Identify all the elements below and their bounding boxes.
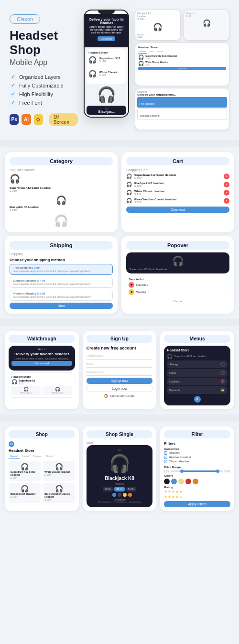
shop-product-4[interactable]: 🎧 Blue Chember Classic Headset $ 180	[43, 483, 75, 503]
price-track[interactable]	[171, 470, 222, 472]
delete-button-2[interactable]: ×	[224, 182, 229, 187]
menu-item-locations[interactable]: Locations 📍	[167, 378, 228, 385]
delete-button-1[interactable]: ×	[224, 174, 229, 179]
delete-button-4[interactable]: ×	[224, 198, 229, 204]
checkbox-1[interactable]: ✓	[164, 451, 167, 455]
menus-phone: Headset Store 🎧 Superdrum K8 Sonic Heads…	[164, 346, 230, 405]
menu-item-settings[interactable]: Settings ⚙	[167, 360, 228, 368]
cart-headset-2: 🎧	[126, 182, 132, 187]
popover-title: Popover	[126, 241, 229, 250]
menu-item-filters[interactable]: Filters ≡	[167, 369, 228, 377]
tab-latest[interactable]: Latest	[21, 454, 31, 458]
location-icon: 📍	[220, 379, 225, 384]
hero-headset-large: 🎧	[87, 86, 126, 104]
third-row-section: Shop 10 Headset Store Newest Latest Popu…	[0, 422, 239, 516]
menu-headset-img: 🎧	[167, 354, 173, 359]
category-title: Category	[10, 157, 113, 165]
signup-button[interactable]: Signup now	[87, 378, 153, 384]
shop-card: Shop 10 Headset Store Newest Latest Popu…	[5, 426, 79, 511]
checkout-button[interactable]: Checkout	[126, 207, 229, 213]
menu-item-payments[interactable]: Payments 💳	[167, 386, 228, 394]
inner-product-name: Superdrum X2	[19, 379, 35, 382]
category-headset-3: 🎧	[10, 214, 113, 228]
color-swatches	[164, 479, 230, 484]
tab-newest[interactable]: Newest	[9, 454, 20, 458]
star-4: ★	[175, 490, 179, 494]
price-thumb-right[interactable]	[216, 469, 219, 473]
tab-classic[interactable]: Classic	[44, 454, 55, 458]
category-product-price-2: $ 180	[10, 208, 113, 211]
swatch-5[interactable]	[193, 479, 198, 484]
checkout-button-mini[interactable]: Checkout	[138, 67, 226, 70]
filter-category-1[interactable]: ✓ Headset	[164, 451, 230, 455]
cart-label: Shopping Cart	[126, 168, 229, 172]
signup-card-title: Sign Up	[87, 335, 153, 343]
shop-product-price-4: $ 180	[44, 498, 73, 501]
dot-3	[44, 349, 45, 350]
checkbox-2[interactable]: ✓	[164, 456, 167, 459]
cancel-button[interactable]: Cancel	[126, 300, 229, 303]
swatch-2[interactable]	[171, 479, 177, 484]
username-field[interactable]: USER NAME	[87, 353, 153, 360]
color-dot-4[interactable]	[123, 493, 127, 497]
checkbox-3[interactable]: ✓	[164, 460, 167, 463]
google-signup-button[interactable]: Signup with Google	[87, 394, 153, 398]
filter-category-3[interactable]: ✓ Classic Headset	[164, 460, 230, 463]
cart-item-price-4: $ 120	[134, 201, 176, 204]
price-thumb-left[interactable]	[180, 469, 184, 473]
save-item-favorites[interactable]: ♥ Favorites ›	[129, 282, 227, 288]
swatch-3[interactable]	[178, 479, 184, 484]
rating-5-stars[interactable]: ★ ★ ★ ★ ★	[164, 490, 230, 494]
get-started-button[interactable]: Get started	[98, 36, 115, 41]
shop-single-label: Shop	[87, 441, 153, 444]
tab-popular[interactable]: Popular	[32, 454, 43, 458]
apply-filters-button[interactable]: Apply Filters	[164, 501, 230, 507]
shop-product-1[interactable]: 🎧 Superdrum X12 Sonic Headset $ 180	[9, 461, 41, 481]
login-button[interactable]: Login now	[87, 385, 153, 392]
shipping-option-premium[interactable]: Premium Shipping $ 8.95 Lorem ipsum is s…	[10, 290, 113, 301]
rating-4-stars[interactable]: ★ ★ ★ ★ ★	[164, 495, 230, 499]
color-dot-2[interactable]	[112, 493, 116, 497]
carousel-dots	[11, 349, 72, 350]
cart-headset-3: 🎧	[126, 190, 132, 195]
illustrator-icon: Ai	[22, 114, 31, 125]
shop-product-3[interactable]: 🎧 Blackpick K8 Headset $ 180	[9, 483, 41, 503]
color-dot-1[interactable]	[107, 493, 111, 497]
email-field[interactable]: EMAIL	[87, 361, 153, 368]
claxon-badge: Claxon	[10, 14, 40, 24]
chevron-right-icon-2: ›	[226, 291, 227, 294]
mini-phone-sonic: Sonic H... $ 120 🎧	[184, 10, 229, 41]
shipping-option-name-3: Premium Shipping	[13, 292, 36, 295]
cart-item-name-2: Blackjack K8 headset	[134, 182, 163, 185]
price-range-slider[interactable]: $ 25 $ 365	[164, 470, 230, 473]
shop-single-card: Shop Single Shop 180 🎧 Blackjack K8 Vara…	[83, 426, 157, 511]
close-menu-button[interactable]: ×	[194, 396, 201, 403]
variant-16hz[interactable]: 16 Hz	[103, 487, 113, 491]
save-item-wishlist[interactable]: ★ Wishlist ›	[129, 289, 227, 295]
variant-32hz[interactable]: 32 Hz	[114, 487, 124, 491]
popover-headset-img: 🎧	[129, 255, 227, 267]
cart-item-price-1: $ 180	[134, 176, 176, 179]
swatch-4[interactable]	[185, 479, 191, 484]
shipping-option-free[interactable]: Free Shipping $ 0.00 Lorem ipsum is simp…	[10, 264, 113, 275]
delete-button-3[interactable]: ×	[224, 190, 229, 196]
color-dot-3[interactable]	[118, 493, 121, 497]
second-row-section: Walkthrough Delivery your favorite heads…	[0, 326, 239, 414]
color-dot-5[interactable]	[128, 493, 132, 497]
category-card: Category Popular Headset 🎧 Superdrum X12…	[5, 152, 118, 232]
filter-category-2[interactable]: ✓ Headset Headset	[164, 456, 230, 459]
phone-notch	[98, 11, 115, 14]
hero-right-phones: Blackjack K8 Headset $ 180 🎧 Blackjac...…	[135, 10, 229, 130]
get-started-btn[interactable]: Get started	[11, 361, 72, 366]
shipping-option-standard[interactable]: Standard Shipping $ 4.95 Lorem ipsum is …	[10, 277, 113, 288]
shop-product-2[interactable]: 🎧 White Classic Headset $ 180	[43, 461, 75, 481]
star-7: ★	[168, 495, 171, 499]
variant-64hz[interactable]: 64 Hz	[126, 487, 136, 491]
password-field[interactable]: PASSWORD	[87, 370, 153, 376]
sketch-icon: ◇	[34, 114, 43, 125]
inner-headset-1: 🎧	[11, 379, 17, 384]
shipping-option-name-2: Standard Shipping	[13, 279, 36, 282]
settings-icon: ⚙	[220, 362, 225, 367]
next-button[interactable]: Next	[10, 303, 113, 309]
swatch-1[interactable]	[164, 479, 170, 484]
